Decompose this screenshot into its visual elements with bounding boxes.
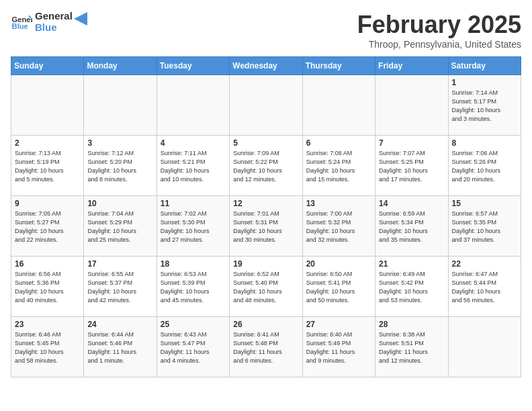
day-number: 18 xyxy=(161,259,226,269)
calendar-cell xyxy=(157,75,229,136)
day-number: 6 xyxy=(306,138,371,148)
day-info: Sunrise: 7:09 AM Sunset: 5:22 PM Dayligh… xyxy=(233,149,298,184)
calendar-cell: 19Sunrise: 6:52 AM Sunset: 5:40 PM Dayli… xyxy=(230,257,302,317)
calendar-cell: 23Sunrise: 6:46 AM Sunset: 5:45 PM Dayli… xyxy=(11,317,84,377)
day-number: 24 xyxy=(87,320,152,329)
day-info: Sunrise: 6:52 AM Sunset: 5:40 PM Dayligh… xyxy=(233,270,298,305)
day-number: 23 xyxy=(15,320,80,329)
logo-blue: Blue xyxy=(35,22,73,34)
calendar-cell: 1Sunrise: 7:14 AM Sunset: 5:17 PM Daylig… xyxy=(448,75,521,136)
day-number: 16 xyxy=(15,259,80,269)
day-number: 14 xyxy=(379,199,444,208)
day-info: Sunrise: 6:44 AM Sunset: 5:46 PM Dayligh… xyxy=(87,330,152,365)
calendar-cell xyxy=(11,75,84,136)
day-number: 21 xyxy=(379,259,444,269)
calendar-week-row: 9Sunrise: 7:05 AM Sunset: 5:27 PM Daylig… xyxy=(11,196,521,257)
calendar-cell: 15Sunrise: 6:57 AM Sunset: 5:35 PM Dayli… xyxy=(448,196,521,257)
calendar-header-row: SundayMondayTuesdayWednesdayThursdayFrid… xyxy=(11,57,521,75)
day-info: Sunrise: 7:12 AM Sunset: 5:20 PM Dayligh… xyxy=(87,149,152,184)
calendar-cell: 24Sunrise: 6:44 AM Sunset: 5:46 PM Dayli… xyxy=(84,317,157,377)
day-number: 13 xyxy=(306,199,371,208)
day-info: Sunrise: 6:55 AM Sunset: 5:37 PM Dayligh… xyxy=(87,270,152,305)
day-number: 27 xyxy=(306,320,371,329)
day-info: Sunrise: 7:13 AM Sunset: 5:19 PM Dayligh… xyxy=(15,149,80,184)
calendar-cell: 10Sunrise: 7:04 AM Sunset: 5:29 PM Dayli… xyxy=(84,196,157,257)
weekday-header: Sunday xyxy=(11,57,84,75)
day-number: 17 xyxy=(87,259,152,269)
day-info: Sunrise: 6:50 AM Sunset: 5:41 PM Dayligh… xyxy=(306,270,371,305)
calendar-cell: 2Sunrise: 7:13 AM Sunset: 5:19 PM Daylig… xyxy=(11,136,84,196)
weekday-header: Saturday xyxy=(448,57,521,75)
calendar-cell xyxy=(302,75,375,136)
day-info: Sunrise: 6:43 AM Sunset: 5:47 PM Dayligh… xyxy=(161,330,226,365)
day-info: Sunrise: 7:14 AM Sunset: 5:17 PM Dayligh… xyxy=(452,89,517,124)
weekday-header: Monday xyxy=(84,57,157,75)
day-info: Sunrise: 6:49 AM Sunset: 5:42 PM Dayligh… xyxy=(379,270,444,305)
day-info: Sunrise: 7:06 AM Sunset: 5:26 PM Dayligh… xyxy=(452,149,517,184)
calendar-cell: 21Sunrise: 6:49 AM Sunset: 5:42 PM Dayli… xyxy=(375,257,448,317)
day-number: 11 xyxy=(161,199,226,208)
logo-general: General xyxy=(35,11,73,22)
day-info: Sunrise: 7:02 AM Sunset: 5:30 PM Dayligh… xyxy=(161,210,226,244)
day-info: Sunrise: 6:53 AM Sunset: 5:39 PM Dayligh… xyxy=(161,270,226,305)
weekday-header: Thursday xyxy=(302,57,375,75)
calendar-week-row: 2Sunrise: 7:13 AM Sunset: 5:19 PM Daylig… xyxy=(11,136,521,196)
title-area: February 2025 Throop, Pennsylvania, Unit… xyxy=(357,11,521,50)
calendar-cell: 25Sunrise: 6:43 AM Sunset: 5:47 PM Dayli… xyxy=(157,317,229,377)
svg-marker-3 xyxy=(74,12,87,26)
day-number: 28 xyxy=(379,320,444,329)
day-info: Sunrise: 7:08 AM Sunset: 5:24 PM Dayligh… xyxy=(306,149,371,184)
logo: General Blue General Blue xyxy=(11,11,87,33)
weekday-header: Wednesday xyxy=(230,57,302,75)
calendar-cell: 4Sunrise: 7:11 AM Sunset: 5:21 PM Daylig… xyxy=(157,136,229,196)
calendar-cell: 7Sunrise: 7:07 AM Sunset: 5:25 PM Daylig… xyxy=(375,136,448,196)
day-info: Sunrise: 6:56 AM Sunset: 5:36 PM Dayligh… xyxy=(15,270,80,305)
day-number: 10 xyxy=(87,199,152,208)
calendar-cell: 28Sunrise: 6:38 AM Sunset: 5:51 PM Dayli… xyxy=(375,317,448,377)
day-number: 15 xyxy=(452,199,517,208)
day-info: Sunrise: 6:59 AM Sunset: 5:34 PM Dayligh… xyxy=(379,210,444,244)
day-info: Sunrise: 6:57 AM Sunset: 5:35 PM Dayligh… xyxy=(452,210,517,244)
calendar-cell: 9Sunrise: 7:05 AM Sunset: 5:27 PM Daylig… xyxy=(11,196,84,257)
location: Throop, Pennsylvania, United States xyxy=(357,39,521,50)
page-header: General Blue General Blue February 2025 … xyxy=(11,11,521,50)
calendar-week-row: 16Sunrise: 6:56 AM Sunset: 5:36 PM Dayli… xyxy=(11,257,521,317)
day-info: Sunrise: 7:00 AM Sunset: 5:32 PM Dayligh… xyxy=(306,210,371,244)
month-title: February 2025 xyxy=(357,11,521,39)
calendar-cell xyxy=(230,75,302,136)
calendar-cell xyxy=(375,75,448,136)
calendar-cell xyxy=(84,75,157,136)
calendar-week-row: 1Sunrise: 7:14 AM Sunset: 5:17 PM Daylig… xyxy=(11,75,521,136)
calendar-cell: 27Sunrise: 6:40 AM Sunset: 5:49 PM Dayli… xyxy=(302,317,375,377)
calendar-cell: 26Sunrise: 6:41 AM Sunset: 5:48 PM Dayli… xyxy=(230,317,302,377)
calendar-cell: 8Sunrise: 7:06 AM Sunset: 5:26 PM Daylig… xyxy=(448,136,521,196)
weekday-header: Friday xyxy=(375,57,448,75)
day-number: 12 xyxy=(233,199,298,208)
logo-arrow-icon xyxy=(74,12,87,26)
day-info: Sunrise: 6:41 AM Sunset: 5:48 PM Dayligh… xyxy=(233,330,298,365)
day-info: Sunrise: 6:38 AM Sunset: 5:51 PM Dayligh… xyxy=(379,330,444,365)
calendar-cell: 12Sunrise: 7:01 AM Sunset: 5:31 PM Dayli… xyxy=(230,196,302,257)
svg-text:Blue: Blue xyxy=(12,22,28,30)
day-info: Sunrise: 6:47 AM Sunset: 5:44 PM Dayligh… xyxy=(452,270,517,305)
day-number: 26 xyxy=(233,320,298,329)
calendar-cell: 17Sunrise: 6:55 AM Sunset: 5:37 PM Dayli… xyxy=(84,257,157,317)
calendar-cell: 3Sunrise: 7:12 AM Sunset: 5:20 PM Daylig… xyxy=(84,136,157,196)
day-number: 7 xyxy=(379,138,444,148)
calendar-cell: 20Sunrise: 6:50 AM Sunset: 5:41 PM Dayli… xyxy=(302,257,375,317)
calendar-cell xyxy=(448,317,521,377)
day-info: Sunrise: 7:07 AM Sunset: 5:25 PM Dayligh… xyxy=(379,149,444,184)
day-number: 8 xyxy=(452,138,517,148)
day-number: 19 xyxy=(233,259,298,269)
calendar-cell: 5Sunrise: 7:09 AM Sunset: 5:22 PM Daylig… xyxy=(230,136,302,196)
day-number: 22 xyxy=(452,259,517,269)
calendar-cell: 16Sunrise: 6:56 AM Sunset: 5:36 PM Dayli… xyxy=(11,257,84,317)
day-info: Sunrise: 7:01 AM Sunset: 5:31 PM Dayligh… xyxy=(233,210,298,244)
calendar-body: 1Sunrise: 7:14 AM Sunset: 5:17 PM Daylig… xyxy=(11,75,521,377)
day-number: 1 xyxy=(452,78,517,87)
calendar-week-row: 23Sunrise: 6:46 AM Sunset: 5:45 PM Dayli… xyxy=(11,317,521,377)
day-number: 25 xyxy=(161,320,226,329)
day-info: Sunrise: 7:05 AM Sunset: 5:27 PM Dayligh… xyxy=(15,210,80,244)
calendar-cell: 11Sunrise: 7:02 AM Sunset: 5:30 PM Dayli… xyxy=(157,196,229,257)
calendar-cell: 18Sunrise: 6:53 AM Sunset: 5:39 PM Dayli… xyxy=(157,257,229,317)
